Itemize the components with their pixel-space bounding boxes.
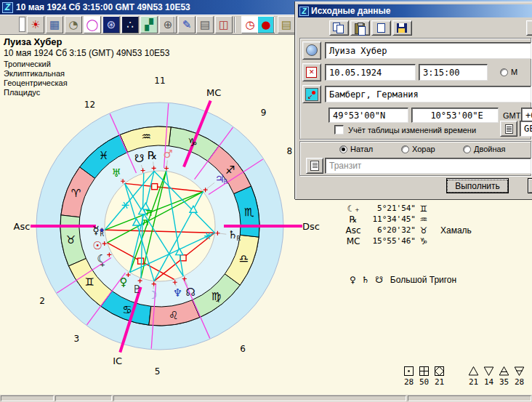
timezone-table-label: Учёт таблицы изменений времени (348, 126, 476, 134)
planet-glyph-venus: ♀ (119, 276, 127, 289)
window-title: 10 мая 1924 Сб 3:15:00 GMT 49N53 10E53 (16, 2, 190, 12)
radio-dot (500, 68, 508, 76)
retrograde-mark: R (236, 236, 241, 242)
transit-list-button[interactable] (306, 158, 323, 174)
aspect-figure-planets: ♀ ♄ ☋ (350, 275, 384, 285)
date-field[interactable]: 10.05.1924 (325, 64, 416, 81)
chart-bars-icon[interactable]: ◫ (215, 16, 233, 33)
longitude-field[interactable]: 10°53'00"E (411, 108, 499, 123)
natal-chart-wheel: AscDscMCIC♈♉♊♋♌♍♎♏♐♑♒♓2356891112☿R☉☾+♀♇☽… (0, 70, 327, 397)
zodiac-glyph-♌: ♌ (169, 309, 178, 322)
aspect-figure-row: ♀ ♄ ☋ Большой Тригон (350, 275, 456, 285)
zodiac-glyph-♑: ♑ (188, 136, 197, 149)
dialog-logo-icon: Z (299, 7, 309, 16)
planet-glyph-selena: ℞ (148, 149, 157, 162)
local-time-radio[interactable]: М (500, 68, 517, 76)
element-stat-triangle-up-lined: 35 (496, 366, 512, 387)
status-panel (113, 395, 406, 401)
time-clock-icon[interactable]: ◔ (65, 16, 82, 33)
axis-label-asc: Asc (14, 221, 31, 232)
place-button[interactable] (302, 85, 321, 103)
notes-pen-icon[interactable]: ✎ (178, 16, 196, 33)
status-panel (408, 395, 531, 401)
place-map-icon[interactable]: ● (257, 16, 275, 33)
save-button[interactable] (392, 20, 412, 36)
blank-indicator (19, 17, 25, 32)
time-field[interactable]: 3:15:00 (419, 64, 488, 81)
starfield-icon[interactable]: ∴ (121, 16, 139, 33)
name-field[interactable]: Луиза Хубер (325, 42, 531, 59)
new-document-icon (377, 23, 385, 33)
save-icon (397, 23, 407, 33)
events-icon[interactable]: ☀ (27, 16, 44, 33)
partial-execute-button[interactable] (528, 178, 532, 193)
calendar-icon[interactable]: ▦ (46, 16, 63, 33)
radio-double[interactable]: Двойная (463, 145, 506, 153)
zodiac-glyph-♊: ♊ (84, 276, 94, 289)
dialog-titlebar[interactable]: Z Исходные данные (298, 4, 532, 17)
latitude-field[interactable]: 49°53'00"N (329, 108, 408, 123)
planet-position-row: ☾₊5°21'54" ♊ (342, 203, 472, 214)
report-pages-icon[interactable]: ▤ (196, 16, 214, 33)
execute-button[interactable]: Выполнить (446, 178, 509, 193)
house-number-8: 8 (287, 146, 293, 156)
zodiac-glyph-♍: ♍ (211, 290, 221, 303)
planet-glyph-moon: ☽ (148, 289, 157, 302)
cross-stat-square-cross: 50 (416, 366, 432, 387)
paste-icon (355, 23, 365, 34)
name-database-button[interactable] (302, 41, 321, 60)
house-number-6: 6 (240, 344, 246, 354)
planet-glyph-pluto: ♇ (132, 283, 141, 296)
clock-icon[interactable]: ◷ (241, 16, 259, 33)
house-number-3: 3 (73, 334, 79, 344)
axis-label-ic: IC (113, 355, 122, 366)
copy-icon (333, 23, 344, 33)
clock-icon (306, 67, 317, 78)
planet-position-table: ☾₊5°21'54" ♊ ℞11°34'45" ♒ Asc6°20'32" ♉Х… (342, 203, 472, 246)
status-panel (55, 395, 112, 401)
atlas-button[interactable] (500, 121, 517, 137)
notepad-icon[interactable]: ▤ (278, 16, 295, 33)
radio-natal[interactable]: Натал (339, 145, 373, 153)
radio-dot (401, 145, 409, 153)
planet-position-row: Asc6°20'32" ♉Хамаль (342, 225, 472, 236)
timezone-table-checkbox[interactable] (334, 125, 344, 134)
house-number-12: 12 (84, 100, 95, 110)
planet-position-row: ℞11°34'45" ♒ (342, 214, 472, 225)
planet-glyph-neptune: ♆ (173, 286, 182, 300)
planet-icon[interactable]: ⊛ (102, 16, 120, 33)
square-aspect-icon (180, 255, 186, 261)
zodiac-glyph-♒: ♒ (142, 130, 151, 143)
cross-stat-square-dot: 28 (401, 366, 416, 387)
house-number-9: 9 (261, 108, 267, 118)
zet-main-window: Z 10 мая 1924 Сб 3:15:00 GMT 49N53 10E53… (0, 0, 532, 402)
database-globe-icon (306, 44, 318, 56)
partial-button[interactable] (526, 20, 532, 36)
radio-horar[interactable]: Хорар (401, 145, 435, 153)
toolbar-separator (234, 17, 235, 33)
element-stat-triangle-down: 14 (481, 366, 496, 387)
zodiac-glyph-♈: ♈ (71, 187, 81, 200)
atlas-code-field: GER (520, 121, 532, 137)
transit-field[interactable]: Транзит (325, 158, 531, 174)
element-stat-triangle-down-lined: 28 (512, 366, 527, 387)
house-number-11: 11 (154, 76, 165, 86)
datetime-button[interactable] (302, 63, 321, 81)
planet-glyph-south-node: ☋ (134, 152, 144, 165)
local-time-radio-label: М (511, 68, 517, 76)
map-icon[interactable]: ▞ (140, 16, 158, 33)
zodiac-glyph-♐: ♐ (225, 164, 235, 177)
radio-dot (339, 145, 347, 153)
document-icon (505, 124, 513, 134)
zodiac-glyph-♋: ♋ (122, 303, 132, 316)
chart-statistics: 28 50 21 21 14 35 28 (401, 366, 527, 387)
place-field[interactable]: Бамберг, Германия (325, 86, 531, 102)
new-button[interactable] (371, 20, 391, 36)
orbit-icon[interactable]: ◯ (84, 16, 101, 33)
house-number-2: 2 (39, 296, 45, 306)
source-data-dialog: Z Исходные данные Луиза Хубер 1 (295, 1, 532, 199)
copy-button[interactable] (329, 20, 349, 36)
toolbar-separator (273, 17, 275, 33)
paste-button[interactable] (350, 20, 370, 36)
zodiac-glyph-♉: ♉ (66, 233, 76, 246)
